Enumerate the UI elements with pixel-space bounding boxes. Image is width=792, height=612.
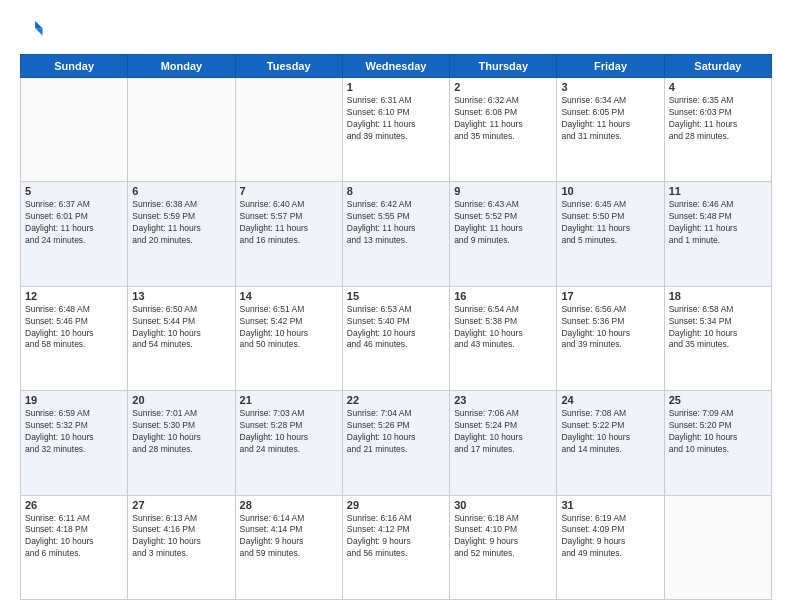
calendar-cell: 29Sunrise: 6:16 AM Sunset: 4:12 PM Dayli… bbox=[342, 495, 449, 599]
day-number: 21 bbox=[240, 394, 338, 406]
calendar-cell: 2Sunrise: 6:32 AM Sunset: 6:08 PM Daylig… bbox=[450, 78, 557, 182]
calendar-cell: 14Sunrise: 6:51 AM Sunset: 5:42 PM Dayli… bbox=[235, 286, 342, 390]
weekday-header-sunday: Sunday bbox=[21, 55, 128, 78]
day-number: 9 bbox=[454, 185, 552, 197]
day-number: 13 bbox=[132, 290, 230, 302]
svg-marker-1 bbox=[35, 28, 42, 35]
day-info: Sunrise: 6:58 AM Sunset: 5:34 PM Dayligh… bbox=[669, 304, 767, 352]
day-number: 8 bbox=[347, 185, 445, 197]
calendar-cell: 19Sunrise: 6:59 AM Sunset: 5:32 PM Dayli… bbox=[21, 391, 128, 495]
calendar-week-row: 26Sunrise: 6:11 AM Sunset: 4:18 PM Dayli… bbox=[21, 495, 772, 599]
calendar-cell: 15Sunrise: 6:53 AM Sunset: 5:40 PM Dayli… bbox=[342, 286, 449, 390]
day-info: Sunrise: 6:42 AM Sunset: 5:55 PM Dayligh… bbox=[347, 199, 445, 247]
day-number: 20 bbox=[132, 394, 230, 406]
weekday-header-row: SundayMondayTuesdayWednesdayThursdayFrid… bbox=[21, 55, 772, 78]
day-number: 11 bbox=[669, 185, 767, 197]
day-info: Sunrise: 6:53 AM Sunset: 5:40 PM Dayligh… bbox=[347, 304, 445, 352]
calendar-cell: 16Sunrise: 6:54 AM Sunset: 5:38 PM Dayli… bbox=[450, 286, 557, 390]
day-number: 30 bbox=[454, 499, 552, 511]
day-info: Sunrise: 6:43 AM Sunset: 5:52 PM Dayligh… bbox=[454, 199, 552, 247]
calendar-cell: 17Sunrise: 6:56 AM Sunset: 5:36 PM Dayli… bbox=[557, 286, 664, 390]
svg-marker-0 bbox=[35, 21, 42, 28]
day-info: Sunrise: 6:40 AM Sunset: 5:57 PM Dayligh… bbox=[240, 199, 338, 247]
day-info: Sunrise: 6:13 AM Sunset: 4:16 PM Dayligh… bbox=[132, 513, 230, 561]
calendar-week-row: 19Sunrise: 6:59 AM Sunset: 5:32 PM Dayli… bbox=[21, 391, 772, 495]
calendar-cell: 6Sunrise: 6:38 AM Sunset: 5:59 PM Daylig… bbox=[128, 182, 235, 286]
calendar-cell: 13Sunrise: 6:50 AM Sunset: 5:44 PM Dayli… bbox=[128, 286, 235, 390]
day-info: Sunrise: 7:03 AM Sunset: 5:28 PM Dayligh… bbox=[240, 408, 338, 456]
calendar-cell: 30Sunrise: 6:18 AM Sunset: 4:10 PM Dayli… bbox=[450, 495, 557, 599]
day-number: 28 bbox=[240, 499, 338, 511]
calendar-cell: 4Sunrise: 6:35 AM Sunset: 6:03 PM Daylig… bbox=[664, 78, 771, 182]
day-number: 2 bbox=[454, 81, 552, 93]
day-number: 17 bbox=[561, 290, 659, 302]
weekday-header-thursday: Thursday bbox=[450, 55, 557, 78]
calendar-cell: 27Sunrise: 6:13 AM Sunset: 4:16 PM Dayli… bbox=[128, 495, 235, 599]
day-info: Sunrise: 6:48 AM Sunset: 5:46 PM Dayligh… bbox=[25, 304, 123, 352]
weekday-header-wednesday: Wednesday bbox=[342, 55, 449, 78]
day-number: 7 bbox=[240, 185, 338, 197]
header bbox=[20, 18, 772, 44]
calendar-cell: 12Sunrise: 6:48 AM Sunset: 5:46 PM Dayli… bbox=[21, 286, 128, 390]
day-number: 24 bbox=[561, 394, 659, 406]
weekday-header-friday: Friday bbox=[557, 55, 664, 78]
day-info: Sunrise: 7:01 AM Sunset: 5:30 PM Dayligh… bbox=[132, 408, 230, 456]
day-number: 18 bbox=[669, 290, 767, 302]
day-info: Sunrise: 6:38 AM Sunset: 5:59 PM Dayligh… bbox=[132, 199, 230, 247]
day-number: 22 bbox=[347, 394, 445, 406]
weekday-header-saturday: Saturday bbox=[664, 55, 771, 78]
calendar-cell: 11Sunrise: 6:46 AM Sunset: 5:48 PM Dayli… bbox=[664, 182, 771, 286]
calendar-cell: 7Sunrise: 6:40 AM Sunset: 5:57 PM Daylig… bbox=[235, 182, 342, 286]
calendar-cell: 1Sunrise: 6:31 AM Sunset: 6:10 PM Daylig… bbox=[342, 78, 449, 182]
day-number: 19 bbox=[25, 394, 123, 406]
day-number: 31 bbox=[561, 499, 659, 511]
day-info: Sunrise: 6:31 AM Sunset: 6:10 PM Dayligh… bbox=[347, 95, 445, 143]
day-info: Sunrise: 6:11 AM Sunset: 4:18 PM Dayligh… bbox=[25, 513, 123, 561]
calendar-cell: 22Sunrise: 7:04 AM Sunset: 5:26 PM Dayli… bbox=[342, 391, 449, 495]
day-number: 27 bbox=[132, 499, 230, 511]
calendar-cell: 18Sunrise: 6:58 AM Sunset: 5:34 PM Dayli… bbox=[664, 286, 771, 390]
page: SundayMondayTuesdayWednesdayThursdayFrid… bbox=[0, 0, 792, 612]
calendar-cell: 24Sunrise: 7:08 AM Sunset: 5:22 PM Dayli… bbox=[557, 391, 664, 495]
day-number: 10 bbox=[561, 185, 659, 197]
day-number: 5 bbox=[25, 185, 123, 197]
calendar-week-row: 12Sunrise: 6:48 AM Sunset: 5:46 PM Dayli… bbox=[21, 286, 772, 390]
calendar-cell bbox=[21, 78, 128, 182]
day-info: Sunrise: 6:54 AM Sunset: 5:38 PM Dayligh… bbox=[454, 304, 552, 352]
calendar-cell: 5Sunrise: 6:37 AM Sunset: 6:01 PM Daylig… bbox=[21, 182, 128, 286]
calendar-cell: 26Sunrise: 6:11 AM Sunset: 4:18 PM Dayli… bbox=[21, 495, 128, 599]
calendar-cell: 25Sunrise: 7:09 AM Sunset: 5:20 PM Dayli… bbox=[664, 391, 771, 495]
day-info: Sunrise: 6:16 AM Sunset: 4:12 PM Dayligh… bbox=[347, 513, 445, 561]
calendar-cell: 8Sunrise: 6:42 AM Sunset: 5:55 PM Daylig… bbox=[342, 182, 449, 286]
day-info: Sunrise: 7:04 AM Sunset: 5:26 PM Dayligh… bbox=[347, 408, 445, 456]
calendar-cell bbox=[664, 495, 771, 599]
weekday-header-monday: Monday bbox=[128, 55, 235, 78]
calendar-cell bbox=[128, 78, 235, 182]
day-info: Sunrise: 6:56 AM Sunset: 5:36 PM Dayligh… bbox=[561, 304, 659, 352]
calendar-cell: 3Sunrise: 6:34 AM Sunset: 6:05 PM Daylig… bbox=[557, 78, 664, 182]
day-number: 14 bbox=[240, 290, 338, 302]
day-info: Sunrise: 6:46 AM Sunset: 5:48 PM Dayligh… bbox=[669, 199, 767, 247]
day-number: 23 bbox=[454, 394, 552, 406]
day-number: 4 bbox=[669, 81, 767, 93]
calendar-week-row: 1Sunrise: 6:31 AM Sunset: 6:10 PM Daylig… bbox=[21, 78, 772, 182]
day-info: Sunrise: 6:50 AM Sunset: 5:44 PM Dayligh… bbox=[132, 304, 230, 352]
day-info: Sunrise: 7:08 AM Sunset: 5:22 PM Dayligh… bbox=[561, 408, 659, 456]
day-info: Sunrise: 6:14 AM Sunset: 4:14 PM Dayligh… bbox=[240, 513, 338, 561]
day-info: Sunrise: 6:45 AM Sunset: 5:50 PM Dayligh… bbox=[561, 199, 659, 247]
day-number: 25 bbox=[669, 394, 767, 406]
day-info: Sunrise: 6:32 AM Sunset: 6:08 PM Dayligh… bbox=[454, 95, 552, 143]
day-info: Sunrise: 6:59 AM Sunset: 5:32 PM Dayligh… bbox=[25, 408, 123, 456]
calendar-cell: 28Sunrise: 6:14 AM Sunset: 4:14 PM Dayli… bbox=[235, 495, 342, 599]
day-number: 15 bbox=[347, 290, 445, 302]
calendar-table: SundayMondayTuesdayWednesdayThursdayFrid… bbox=[20, 54, 772, 600]
day-info: Sunrise: 6:35 AM Sunset: 6:03 PM Dayligh… bbox=[669, 95, 767, 143]
day-info: Sunrise: 6:51 AM Sunset: 5:42 PM Dayligh… bbox=[240, 304, 338, 352]
logo bbox=[20, 18, 44, 44]
day-info: Sunrise: 7:09 AM Sunset: 5:20 PM Dayligh… bbox=[669, 408, 767, 456]
day-number: 3 bbox=[561, 81, 659, 93]
calendar-cell: 21Sunrise: 7:03 AM Sunset: 5:28 PM Dayli… bbox=[235, 391, 342, 495]
day-info: Sunrise: 6:18 AM Sunset: 4:10 PM Dayligh… bbox=[454, 513, 552, 561]
day-number: 16 bbox=[454, 290, 552, 302]
day-number: 29 bbox=[347, 499, 445, 511]
